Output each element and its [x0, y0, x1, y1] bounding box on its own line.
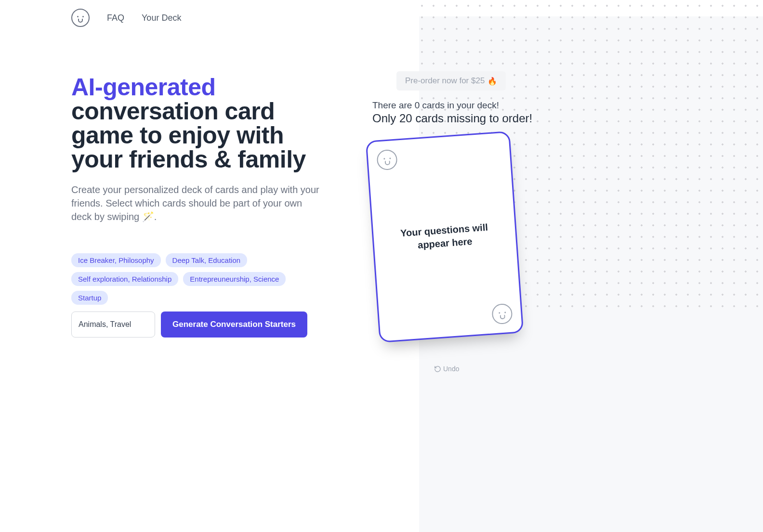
tag-item[interactable]: Startup [71, 291, 108, 305]
card-preview[interactable]: Your questions will appear here [366, 131, 524, 343]
deck-status-line1: There are 0 cards in your deck! [372, 100, 623, 111]
tag-item[interactable]: Deep Talk, Education [166, 253, 247, 267]
nav-link-faq[interactable]: FAQ [107, 13, 124, 23]
nav-link-your-deck[interactable]: Your Deck [142, 13, 181, 23]
left-column: AI-generated conversation card game to e… [71, 75, 329, 375]
generate-row: Generate Conversation Starters [71, 311, 329, 337]
hero-title-rest: conversation card game to enjoy with you… [71, 98, 306, 173]
topic-input[interactable] [71, 311, 155, 337]
undo-label: Undo [443, 365, 459, 373]
right-column: Pre-order now for $25 🔥 There are 0 card… [372, 75, 623, 375]
hero-subtitle: Create your personalized deck of cards a… [71, 183, 322, 223]
preorder-label: Pre-order now for $25 [405, 76, 485, 86]
undo-button[interactable]: Undo [434, 365, 459, 373]
logo-face-icon[interactable] [71, 9, 90, 27]
undo-icon [434, 365, 441, 373]
deck-status-line2: Only 20 cards missing to order! [372, 112, 623, 125]
hero-title-accent: AI-generated [71, 74, 216, 101]
generate-button[interactable]: Generate Conversation Starters [161, 311, 307, 337]
deck-status: There are 0 cards in your deck! Only 20 … [372, 100, 623, 125]
fire-icon: 🔥 [487, 77, 497, 86]
tag-item[interactable]: Entrepreuneurship, Science [183, 272, 286, 286]
card-face-icon [376, 149, 398, 171]
tag-list: Ice Breaker, Philosophy Deep Talk, Educa… [71, 253, 322, 305]
tag-item[interactable]: Ice Breaker, Philosophy [71, 253, 161, 267]
preorder-button[interactable]: Pre-order now for $25 🔥 [396, 71, 506, 91]
card-face-icon [491, 303, 513, 325]
hero-title: AI-generated conversation card game to e… [71, 75, 329, 171]
card-placeholder-text: Your questions will appear here [395, 221, 493, 253]
top-nav: FAQ Your Deck [0, 0, 763, 27]
main-content: AI-generated conversation card game to e… [0, 27, 763, 375]
tag-item[interactable]: Self exploration, Relationship [71, 272, 178, 286]
